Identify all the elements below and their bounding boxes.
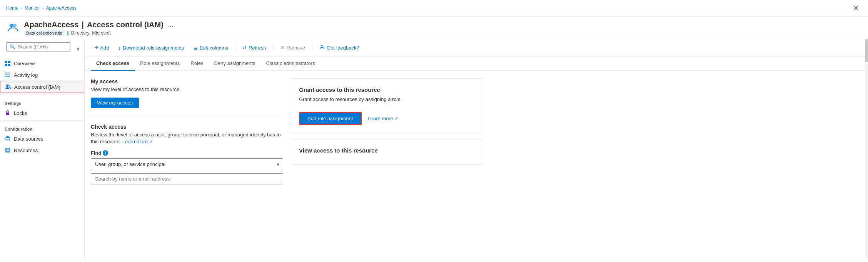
resource-type-badge: Data collection rule [24,30,65,36]
svg-rect-2 [5,61,7,63]
sidebar-search-input[interactable] [18,44,67,50]
remove-icon: ✕ [280,45,285,51]
feedback-icon [319,45,325,51]
close-button[interactable]: ✕ [850,2,862,14]
tabs: Check access Role assignments Roles Deny… [85,56,868,71]
section-divider [91,116,283,116]
svg-rect-14 [7,149,9,151]
sidebar-item-label: Locks [14,110,27,116]
edit-columns-button[interactable]: ≣ Edit columns [190,43,232,53]
scrollbar-track[interactable] [865,39,868,259]
grant-access-title: Grant access to this resource [299,86,475,93]
svg-rect-11 [6,113,9,115]
toolbar: + Add ↓ Download role assignments ≣ Edit… [85,39,868,56]
my-access-title: My access [91,78,283,85]
main-layout: 🔍 « Overview [0,39,868,259]
svg-point-10 [8,85,10,87]
svg-point-12 [6,136,10,138]
settings-section-label: Settings [0,96,84,107]
topbar: Home › Monitor › ApacheAccess ✕ [0,0,868,17]
sidebar-item-data-sources[interactable]: Data sources [0,133,84,144]
view-access-card: View access to this resource [291,139,483,165]
people-icon [5,84,11,90]
breadcrumb: Home › Monitor › ApacheAccess [6,5,77,11]
add-role-assignment-button[interactable]: Add role assignment [299,112,362,125]
search-input-wrapper[interactable] [91,173,283,184]
download-icon: ↓ [118,45,121,51]
topbar-close: ✕ [850,2,862,14]
page-header-text: ApacheAccess | Access control (IAM) ... … [24,20,175,36]
principal-type-select-wrapper: User, group, or service principal ∨ [91,158,283,170]
svg-rect-8 [5,76,10,77]
sidebar-item-label: Resources [14,148,38,153]
sidebar-item-label: Access control (IAM) [14,84,60,90]
sidebar-item-locks[interactable]: Locks [0,107,84,119]
content-body: My access View my level of access to thi… [85,71,868,192]
tab-roles[interactable]: Roles [185,56,209,71]
sidebar-item-overview[interactable]: Overview [0,58,84,69]
sidebar-item-label: Data sources [14,136,43,142]
toolbar-separator-2 [273,44,274,51]
find-label: Find i [91,150,283,156]
list-icon [5,72,11,78]
svg-rect-3 [8,61,10,63]
refresh-icon: ↺ [242,45,247,51]
resources-icon [5,147,11,153]
tab-check-access[interactable]: Check access [91,56,135,71]
external-link-icon: ↗ [149,139,152,145]
sidebar-item-resources[interactable]: Resources [0,144,84,156]
find-info-icon: i [103,150,108,156]
right-panel: Grant access to this resource Grant acce… [291,78,483,184]
toolbar-separator-3 [312,44,312,51]
left-panel: My access View my level of access to thi… [91,78,283,184]
external-link-icon-2: ↗ [394,116,398,121]
principal-type-select[interactable]: User, group, or service principal [91,158,283,170]
page-subtitle: Data collection rule ℹ Directory: Micros… [24,30,175,36]
download-button[interactable]: ↓ Download role assignments [114,43,188,53]
resource-icon [6,21,20,35]
sidebar-item-label: Overview [14,61,35,66]
toolbar-separator [235,44,235,51]
remove-button[interactable]: ✕ Remove [277,43,309,53]
sidebar-search[interactable]: 🔍 [6,42,70,51]
scrollbar-thumb[interactable] [865,39,868,62]
page-header: ApacheAccess | Access control (IAM) ... … [0,17,868,39]
tab-classic-administrators[interactable]: Classic administrators [261,56,320,71]
sidebar-item-access-control[interactable]: Access control (IAM) [0,81,84,93]
refresh-button[interactable]: ↺ Refresh [239,43,270,53]
configuration-section-label: Configuration [0,122,84,133]
tab-role-assignments[interactable]: Role assignments [135,56,185,71]
ellipsis-button[interactable]: ... [167,22,175,28]
breadcrumb-home[interactable]: Home [6,5,18,11]
svg-rect-6 [5,73,10,73]
add-button[interactable]: + Add [91,42,113,53]
grant-access-learn-more[interactable]: Learn more ↗ [368,116,398,121]
view-access-title: View access to this resource [299,147,475,154]
view-my-access-button[interactable]: View my access [91,98,139,108]
sidebar-item-activity-log[interactable]: Activity log [0,69,84,81]
search-by-name-input[interactable] [95,176,279,182]
feedback-button[interactable]: Got feedback? [315,43,363,53]
database-icon [5,136,11,142]
search-icon: 🔍 [10,44,15,50]
breadcrumb-resource[interactable]: ApacheAccess [46,5,76,11]
grid-icon [5,60,11,66]
check-access-learn-more[interactable]: Learn more ↗ [122,138,152,145]
sidebar-divider [0,95,84,95]
breadcrumb-monitor[interactable]: Monitor [25,5,40,11]
sidebar-item-label: Activity log [14,72,38,78]
content-area: + Add ↓ Download role assignments ≣ Edit… [85,39,868,259]
directory-label: Directory: Microsoft [71,30,111,36]
svg-rect-4 [5,64,7,66]
my-access-section: My access View my level of access to thi… [91,78,283,108]
grant-access-card: Grant access to this resource Grant acce… [291,78,483,133]
sidebar: 🔍 « Overview [0,39,85,259]
tab-deny-assignments[interactable]: Deny assignments [209,56,261,71]
columns-icon: ≣ [194,45,198,51]
check-access-title: Check access [91,124,283,130]
info-icon: ℹ [67,30,69,36]
my-access-desc: View my level of access to this resource… [91,86,283,93]
sidebar-divider-2 [0,120,84,121]
svg-rect-7 [5,75,10,75]
sidebar-collapse-button[interactable]: « [75,45,81,52]
